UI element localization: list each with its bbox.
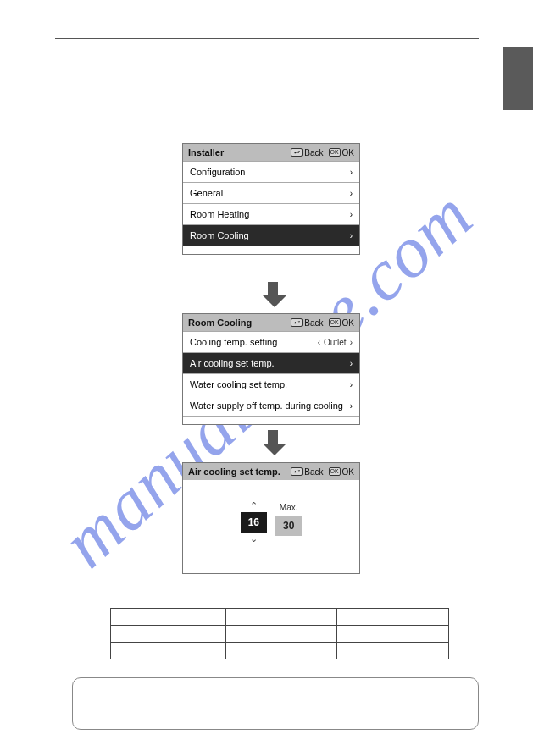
menu-item-label: Air cooling set temp.	[190, 358, 275, 368]
back-icon: ⮐	[291, 467, 303, 476]
ok-icon: OK	[329, 148, 341, 157]
chevron-right-icon: ›	[350, 231, 353, 240]
menu-item-label: General	[190, 188, 223, 198]
ok-icon: OK	[329, 467, 341, 476]
chevron-right-icon: ›	[350, 168, 353, 177]
menu-item-label: Room Heating	[190, 209, 249, 219]
ok-button[interactable]: OK OK	[329, 318, 354, 328]
panel-air-cooling-set-temp: Air cooling set temp. ⮐ Back OK OK ⌃ 16 …	[182, 462, 360, 574]
menu-item-label: Cooling temp. setting	[190, 337, 277, 347]
menu-item-cut	[183, 416, 359, 424]
back-button[interactable]: ⮐ Back	[291, 148, 323, 157]
chevron-right-icon: ›	[350, 210, 353, 219]
chevron-right-icon: ›	[350, 401, 353, 411]
max-value: 30	[275, 516, 302, 536]
panel-room-cooling: Room Cooling ⮐ Back OK OK Cooling temp. …	[182, 313, 360, 425]
page-top-rule	[55, 38, 479, 39]
panel-header: Installer ⮐ Back OK OK	[183, 144, 359, 161]
menu-item-room-heating[interactable]: Room Heating ›	[183, 203, 359, 224]
menu-item-configuration[interactable]: Configuration ›	[183, 161, 359, 182]
menu-item-water-cooling-set-temp[interactable]: Water cooling set temp. ›	[183, 373, 359, 395]
note-box	[72, 677, 479, 730]
menu-item-cut	[183, 246, 359, 254]
setpoint-body: ⌃ 16 ⌄ Max. 30	[183, 480, 359, 573]
menu-item-room-cooling[interactable]: Room Cooling ›	[183, 224, 359, 246]
ok-label: OK	[342, 467, 354, 477]
menu-item-cooling-temp-setting[interactable]: Cooling temp. setting ‹ Outlet ›	[183, 331, 359, 352]
spec-table	[110, 608, 449, 659]
max-block: Max. 30	[275, 503, 302, 536]
menu-item-water-supply-off-temp[interactable]: Water supply off temp. during cooling ›	[183, 395, 359, 416]
flow-arrow-icon	[263, 430, 283, 455]
chevron-right-icon: ›	[350, 380, 353, 389]
panel-title: Air cooling set temp.	[188, 466, 280, 477]
ok-button[interactable]: OK OK	[329, 148, 354, 157]
ok-label: OK	[342, 148, 354, 157]
menu-item-label: Room Cooling	[190, 230, 249, 240]
current-value: 16	[241, 512, 267, 533]
ok-button[interactable]: OK OK	[329, 467, 354, 477]
back-label: Back	[304, 148, 323, 157]
back-icon: ⮐	[291, 318, 303, 327]
chevron-down-icon[interactable]: ⌄	[250, 534, 258, 544]
menu-item-label: Water cooling set temp.	[190, 379, 287, 389]
max-label: Max.	[280, 503, 298, 512]
table-row	[111, 626, 449, 643]
section-side-tab	[503, 47, 533, 110]
panel-title: Installer	[188, 147, 224, 157]
chevron-right-icon: ›	[350, 359, 353, 368]
panel-installer: Installer ⮐ Back OK OK Configuration › G…	[182, 143, 360, 255]
panel-title: Room Cooling	[188, 317, 252, 328]
option-value: Outlet	[324, 338, 347, 347]
table-row	[111, 643, 449, 659]
value-stepper[interactable]: ⌃ 16 ⌄	[241, 501, 267, 544]
inline-option-selector[interactable]: ‹ Outlet ›	[318, 338, 353, 347]
ok-label: OK	[342, 318, 354, 328]
chevron-left-icon: ‹	[318, 338, 320, 347]
table-row	[111, 609, 449, 626]
ok-icon: OK	[329, 318, 341, 327]
menu-item-label: Water supply off temp. during cooling	[190, 400, 343, 411]
back-label: Back	[304, 318, 323, 328]
back-label: Back	[304, 467, 323, 477]
chevron-right-icon: ›	[350, 338, 353, 347]
chevron-up-icon[interactable]: ⌃	[250, 501, 258, 510]
chevron-right-icon: ›	[350, 189, 353, 198]
menu-item-air-cooling-set-temp[interactable]: Air cooling set temp. ›	[183, 352, 359, 373]
menu-item-general[interactable]: General ›	[183, 182, 359, 203]
menu-item-label: Configuration	[190, 167, 245, 177]
back-icon: ⮐	[291, 148, 303, 157]
back-button[interactable]: ⮐ Back	[291, 467, 323, 477]
back-button[interactable]: ⮐ Back	[291, 318, 323, 328]
panel-header: Room Cooling ⮐ Back OK OK	[183, 314, 359, 331]
flow-arrow-icon	[263, 282, 283, 307]
panel-header: Air cooling set temp. ⮐ Back OK OK	[183, 463, 359, 480]
